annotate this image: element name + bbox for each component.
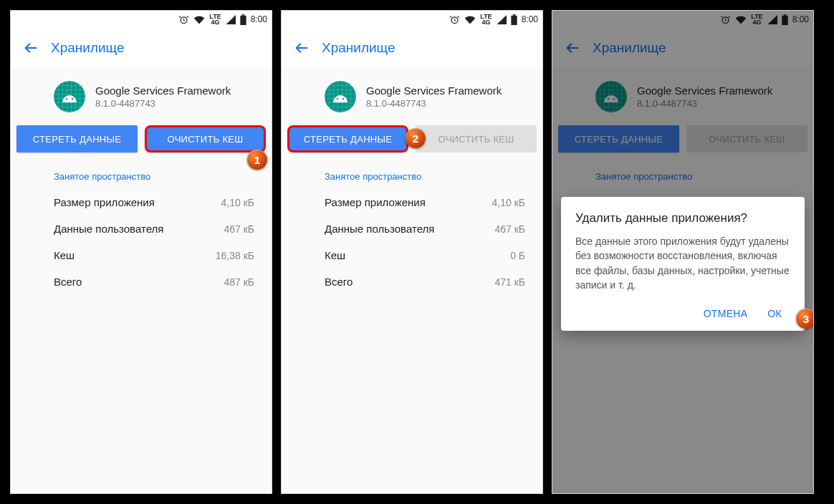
svg-rect-6 [511,15,517,24]
app-version: 8.1.0-4487743 [366,98,502,109]
battery-icon [511,14,517,25]
svg-rect-7 [512,14,514,16]
confirm-dialog: Удалить данные приложения? Все данные эт… [561,197,805,331]
clear-cache-button[interactable]: ОЧИСТИТЬ КЕШ [145,125,266,152]
clear-cache-button: ОЧИСТИТЬ КЕШ [416,125,537,152]
app-icon [54,81,85,112]
dialog-actions: ОТМЕНА ОК [575,302,790,325]
svg-point-8 [337,98,338,100]
section-used-space: Занятое пространство [282,161,542,189]
row-app-size: Размер приложения4,10 кБ [282,189,542,215]
svg-point-3 [66,98,67,100]
row-app-size: Размер приложения4,10 кБ [11,189,272,215]
dialog-message: Все данные этого приложения будут удален… [575,234,790,292]
back-button[interactable] [287,34,316,62]
clock-text: 8:00 [251,14,267,24]
svg-point-4 [72,98,73,100]
svg-point-9 [342,98,344,100]
app-bar: Хранилище [282,28,542,68]
alarm-icon [449,14,460,25]
page-title: Хранилище [51,40,125,56]
svg-rect-2 [241,14,244,16]
app-bar: Хранилище [11,28,272,68]
app-version: 8.1.0-4487743 [95,98,231,109]
phone-screen-3: LTE4G 8:00 Хранилище Google Services Fra… [552,10,814,494]
lte-indicator: LTE4G [209,14,221,25]
row-user-data: Данные пользователя467 кБ [11,215,272,242]
dialog-title: Удалить данные приложения? [575,211,790,226]
app-header: Google Services Framework 8.1.0-4487743 [11,68,272,125]
row-cache: Кеш0 Б [282,242,542,268]
row-cache: Кеш16,38 кБ [11,242,272,268]
dialog-cancel-button[interactable]: ОТМЕНА [695,302,757,325]
phone-screen-1: LTE4G 8:00 Хранилище Google Services Fra… [10,10,272,494]
signal-icon [497,15,507,24]
clear-data-button[interactable]: СТЕРЕТЬ ДАННЫЕ [16,125,138,152]
battery-icon [240,14,246,25]
app-name: Google Services Framework [366,84,502,97]
signal-icon [226,15,236,24]
phone-screen-2: LTE4G 8:00 Хранилище Google Services Fra… [281,10,543,494]
section-used-space: Занятое пространство [11,161,272,189]
status-bar: LTE4G 8:00 [282,11,542,28]
app-icon [325,81,356,112]
step-badge-3: 3 [796,309,814,329]
page-title: Хранилище [322,40,396,56]
lte-indicator: LTE4G [480,14,492,25]
button-row: СТЕРЕТЬ ДАННЫЕ ОЧИСТИТЬ КЕШ 1 [11,125,272,161]
row-total: Всего487 кБ [11,268,272,295]
wifi-icon [464,15,476,24]
wifi-icon [193,15,205,24]
dialog-ok-button[interactable]: ОК [759,302,790,325]
button-row: СТЕРЕТЬ ДАННЫЕ 2 ОЧИСТИТЬ КЕШ [282,125,542,161]
alarm-icon [178,14,189,25]
status-bar: LTE4G 8:00 [11,11,272,28]
row-user-data: Данные пользователя467 кБ [282,215,542,242]
row-total: Всего471 кБ [282,268,542,295]
svg-rect-1 [240,15,246,24]
step-badge-1: 1 [247,150,267,170]
clock-text: 8:00 [522,14,538,24]
app-name: Google Services Framework [95,84,231,97]
step-badge-2: 2 [406,128,426,148]
back-button[interactable] [16,34,45,62]
clear-data-button[interactable]: СТЕРЕТЬ ДАННЫЕ [287,125,408,152]
app-header: Google Services Framework 8.1.0-4487743 [282,68,542,125]
